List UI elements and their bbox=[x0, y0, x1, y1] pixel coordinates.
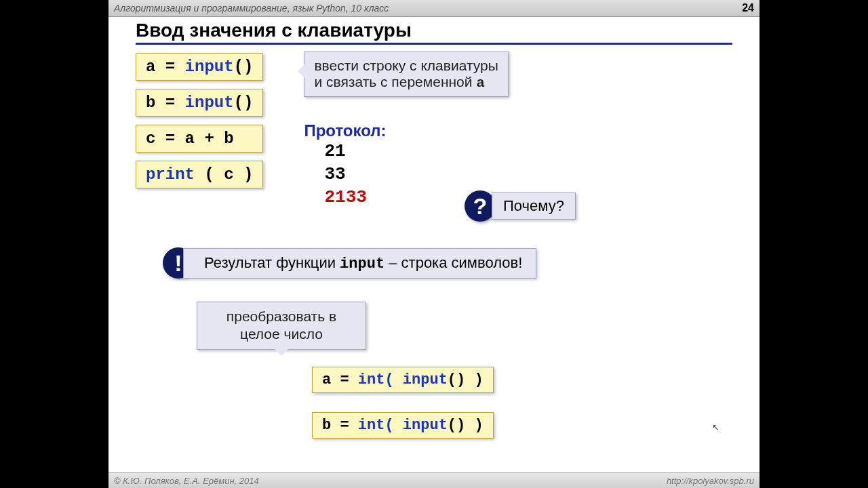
slide: Алгоритмизация и программирование, язык … bbox=[108, 0, 760, 488]
page-title: Ввод значения с клавиатуры bbox=[136, 20, 732, 45]
protocol-label: Протокол: bbox=[304, 121, 508, 140]
footer-url: http://kpolyakov.spb.ru bbox=[667, 476, 754, 486]
top-row: a = input() b = input() c = a + b print … bbox=[136, 49, 732, 209]
code-b-int-input: b = int( input() ) bbox=[312, 412, 494, 439]
code-column: a = input() b = input() c = a + b print … bbox=[136, 49, 263, 192]
callout-line2: и связать с переменной bbox=[314, 74, 476, 89]
result-callout: Результат функции input – строка символо… bbox=[183, 248, 536, 279]
callout-input-desc: ввести строку с клавиатуры и связать с п… bbox=[304, 52, 508, 97]
proto-v1: 21 bbox=[324, 140, 508, 163]
code-c-sum: c = a + b bbox=[136, 125, 263, 152]
callout-line1: ввести строку с клавиатуры bbox=[314, 58, 498, 73]
convert-line1: преобразовать в bbox=[226, 308, 336, 324]
proto-v2: 33 bbox=[324, 163, 508, 186]
right-column: ввести строку с клавиатуры и связать с п… bbox=[304, 49, 508, 209]
result-group: ! Результат функции input – строка симво… bbox=[163, 247, 536, 279]
lower-code-column: a = int( input() ) b = int( input() ) bbox=[312, 363, 494, 443]
why-group: ? Почему? bbox=[465, 190, 576, 222]
slide-content: Ввод значения с клавиатуры a = input() b… bbox=[108, 17, 760, 209]
course-title: Алгоритмизация и программирование, язык … bbox=[114, 3, 389, 14]
var-a: a bbox=[476, 75, 485, 91]
cursor-icon: ↖ bbox=[712, 422, 719, 432]
convert-line2: целое число bbox=[240, 326, 323, 342]
slide-header: Алгоритмизация и программирование, язык … bbox=[108, 0, 760, 17]
code-print: print ( c ) bbox=[136, 161, 263, 188]
code-a-int-input: a = int( input() ) bbox=[312, 367, 494, 393]
why-callout: Почему? bbox=[492, 192, 576, 220]
slide-number: 24 bbox=[742, 2, 754, 14]
convert-callout: преобразовать в целое число bbox=[197, 302, 366, 350]
copyright: © К.Ю. Поляков, Е.А. Ерёмин, 2014 bbox=[114, 476, 259, 486]
code-b-input: b = input() bbox=[136, 89, 263, 117]
code-a-input: a = input() bbox=[136, 53, 263, 81]
slide-footer: © К.Ю. Поляков, Е.А. Ерёмин, 2014 http:/… bbox=[108, 472, 760, 488]
